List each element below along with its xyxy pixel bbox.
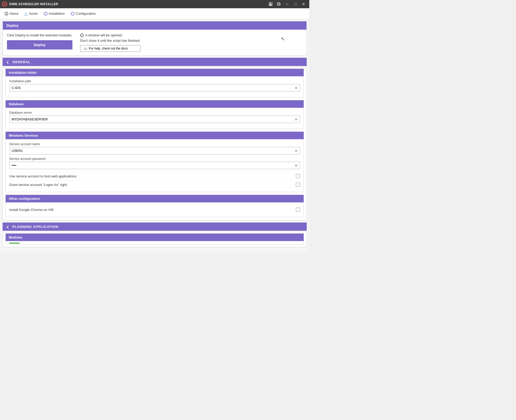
general-section-header: GENERAL	[3, 58, 307, 66]
install-chrome-checkbox[interactable]	[296, 208, 300, 212]
nav-label-azure: Azure	[29, 12, 38, 15]
maximize-button[interactable]: □	[292, 1, 299, 7]
nav-label-about: About	[10, 12, 18, 15]
modules-title: Modules	[9, 235, 22, 239]
info-icon: i	[5, 12, 8, 15]
deploy-header: Deploy	[3, 21, 306, 30]
docs-button-label: For help, check out the docs	[89, 47, 128, 50]
svg-rect-3	[269, 4, 272, 5]
installation-path-input-wrap: ✕	[9, 84, 300, 92]
svg-rect-2	[270, 3, 271, 4]
book-icon: 📖	[84, 47, 87, 50]
database-title: Database	[9, 102, 24, 106]
planning-application-header: PLANNING APPLICATION	[3, 223, 307, 231]
modules-subsection: Modules	[5, 233, 304, 244]
minimize-button[interactable]: ─	[284, 1, 291, 7]
nav-item-configuration[interactable]: Configuration	[68, 10, 98, 17]
circle-icon-configuration	[71, 12, 74, 15]
grant-logon-label: Grant service account "Logon As" right:	[9, 183, 68, 187]
window-title: DIME.SCHEDULER INSTALLER	[9, 2, 58, 6]
save-icon-btn[interactable]	[267, 1, 274, 7]
database-server-input-wrap: ✕	[9, 116, 300, 123]
nav-item-about[interactable]: i About	[2, 10, 21, 17]
windows-services-header: Windows Services	[6, 132, 304, 139]
general-section: GENERAL Installation folder Installation…	[3, 58, 307, 220]
install-chrome-label: Install Google Chrome on VM:	[9, 208, 54, 212]
installation-folder-body: Installation path ✕	[6, 76, 304, 97]
windows-services-subsection: Windows Services Service account name ✕ …	[5, 131, 304, 192]
circle-icon-installation	[44, 12, 47, 15]
navigation-bar: i About △ Azure Installation Configurati…	[0, 8, 309, 19]
azure-icon: △	[24, 11, 28, 16]
database-body: Database server ✕	[6, 108, 304, 129]
deploy-section: Deploy Click Deploy to install the selec…	[3, 21, 307, 56]
app-logo-icon	[2, 2, 7, 7]
deploy-instruction-text: Click Deploy to install the selected mod…	[7, 33, 72, 37]
docs-button[interactable]: 📖 For help, check out the docs	[80, 45, 140, 52]
installation-path-input[interactable]	[10, 84, 293, 91]
account-password-input-wrap: ✕	[9, 162, 300, 169]
installation-folder-header: Installation folder	[6, 69, 304, 76]
general-section-label: GENERAL	[12, 60, 31, 64]
deploy-info-text2: Don't close it until the script has fini…	[80, 39, 140, 43]
account-password-field-group: Service account password ✕	[9, 157, 300, 169]
deploy-right-panel: i A window will be opened. Don't close i…	[80, 33, 140, 52]
account-name-clear-button[interactable]: ✕	[293, 148, 300, 154]
planning-chevron-up-icon	[6, 225, 10, 229]
account-name-label: Service account name	[9, 142, 300, 146]
account-password-label: Service account password	[9, 157, 300, 161]
modules-progress-bar	[9, 243, 20, 244]
account-name-field-group: Service account name ✕	[9, 142, 300, 154]
database-subsection: Database Database server ✕	[5, 100, 304, 129]
copy-icon-btn[interactable]	[275, 1, 282, 7]
database-server-label: Database server	[9, 111, 300, 114]
installation-folder-subsection: Installation folder Installation path ✕	[5, 69, 304, 97]
database-header: Database	[6, 100, 304, 108]
other-config-header: Other configuration	[6, 195, 304, 202]
grant-logon-checkbox[interactable]	[296, 183, 300, 187]
deploy-info-text1: A window will be opened.	[85, 33, 123, 37]
nav-item-installation[interactable]: Installation	[41, 10, 67, 17]
account-name-input-wrap: ✕	[9, 147, 300, 154]
database-server-field-group: Database server ✕	[9, 111, 300, 123]
account-name-input[interactable]	[10, 147, 293, 154]
database-server-clear-button[interactable]: ✕	[293, 116, 300, 122]
account-password-input[interactable]	[10, 162, 293, 169]
planning-application-body: Modules	[3, 233, 307, 247]
planning-application-section: PLANNING APPLICATION Modules	[3, 223, 307, 247]
close-button[interactable]: ✕	[300, 1, 307, 7]
account-password-clear-button[interactable]: ✕	[293, 162, 300, 169]
database-server-input[interactable]	[10, 116, 293, 123]
deploy-title: Deploy	[6, 23, 19, 28]
windows-services-body: Service account name ✕ Service account p…	[6, 139, 304, 192]
title-bar: DIME.SCHEDULER INSTALLER ─ □ ✕	[0, 0, 309, 8]
installation-path-clear-button[interactable]: ✕	[293, 85, 300, 91]
installation-path-label: Installation path	[9, 79, 300, 83]
deploy-info-line1: i A window will be opened.	[80, 33, 140, 37]
svg-rect-4	[278, 3, 280, 5]
grant-logon-row: Grant service account "Logon As" right:	[9, 180, 300, 189]
installation-folder-title: Installation folder	[9, 71, 37, 75]
deploy-button[interactable]: Deploy	[7, 40, 72, 50]
install-chrome-row: Install Google Chrome on VM:	[9, 205, 300, 214]
deploy-left-panel: Click Deploy to install the selected mod…	[7, 33, 72, 50]
info-circle-icon: i	[80, 34, 84, 37]
nav-label-configuration: Configuration	[76, 12, 96, 15]
use-service-account-row: Use service account to host web applicat…	[9, 172, 300, 180]
deploy-body: Click Deploy to install the selected mod…	[3, 30, 306, 55]
general-section-body: Installation folder Installation path ✕ …	[3, 69, 307, 220]
use-service-account-label: Use service account to host web applicat…	[9, 174, 77, 178]
window-controls: ─ □ ✕	[267, 1, 307, 7]
general-chevron-up-icon	[6, 60, 10, 64]
deploy-info-line2: Don't close it until the script has fini…	[80, 39, 140, 43]
nav-item-azure[interactable]: △ Azure	[22, 10, 40, 18]
other-config-body: Install Google Chrome on VM:	[6, 202, 304, 217]
modules-body	[6, 241, 304, 244]
main-content: ↖ Deploy Click Deploy to install the sel…	[0, 19, 309, 253]
svg-rect-5	[277, 3, 280, 5]
other-config-subsection: Other configuration Install Google Chrom…	[5, 195, 304, 217]
installation-path-field-group: Installation path ✕	[9, 79, 300, 92]
use-service-account-checkbox[interactable]	[296, 174, 300, 178]
planning-section-label: PLANNING APPLICATION	[12, 225, 58, 229]
modules-header: Modules	[6, 234, 304, 241]
